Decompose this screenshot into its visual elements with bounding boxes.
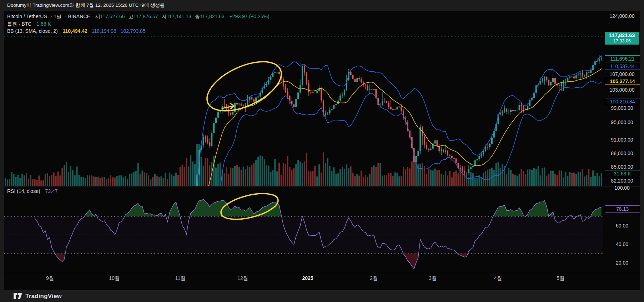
time-axis-label: 9월 (46, 275, 54, 282)
price-axis-label: 99,000.00 (605, 105, 639, 111)
price-axis-label: 85,000.00 (605, 164, 639, 170)
price-axis-label: 60.00 (605, 223, 639, 229)
last-price: 117,821.63 (605, 32, 639, 39)
chart-canvas[interactable] (0, 11, 644, 290)
symbol-legend-row[interactable]: Bitcoin / TetherUS · 1날 · BINANCE 시117,5… (7, 14, 270, 20)
ohlc-value: 117,527.66 (100, 14, 125, 19)
axis-value-badge: 111,696.21 (605, 55, 640, 62)
axis-value-badge: 100,216.84 (605, 98, 640, 105)
volume-legend-row[interactable]: 볼륨 · BTC 1.88 K (7, 21, 51, 27)
ohlc-prefix: 저 (162, 14, 167, 19)
price-axis-label: 103,000.00 (605, 87, 639, 93)
bb-lower-value: 102,793.85 (121, 28, 146, 34)
ohlc-prefix: 종 (195, 14, 200, 19)
price-axis-label: 91,000.00 (605, 137, 639, 143)
right-gutter (640, 11, 644, 290)
bb-legend-row[interactable]: BB (13, SMA, close, 2) 110,494.42 118,19… (7, 28, 146, 34)
ohlc-prefix: 시 (95, 14, 100, 19)
change-value: +293.97 (+0.25%) (230, 14, 270, 19)
time-axis-label: 10월 (109, 275, 120, 282)
pane-separator-time-axis (4, 273, 640, 273)
footer-bar: TradingView (0, 290, 644, 302)
rsi-legend-row[interactable]: RSI (14, close) 73.47 (7, 188, 58, 194)
time-axis-label: 5월 (557, 275, 564, 282)
time-axis-label: 3월 (429, 275, 437, 282)
ohlc-value: 117,876.57 (134, 14, 158, 19)
bar-countdown: 17:33:06 (605, 39, 639, 43)
interval-label: 1날 (54, 14, 61, 19)
price-axis-label: 95,000.00 (605, 119, 639, 125)
tradingview-logo-icon[interactable] (14, 293, 22, 300)
bb-label: BB (13, SMA, close, 2) (7, 28, 58, 34)
price-axis-label: 107,000.00 (605, 71, 639, 77)
volume-value: 1.88 K (36, 21, 51, 27)
time-axis-label: 11월 (175, 275, 186, 282)
last-price-badge: 117,821.6317:33:06 (605, 32, 639, 45)
price-axis-label: 124,000.00 (605, 13, 639, 19)
rsi-label: RSI (14, close) (7, 188, 40, 194)
price-axis-label: 100.00 (605, 185, 639, 191)
ohlc-values: 시117,527.66고117,876.57저117,141.13종117,82… (92, 14, 225, 19)
legend-separator: · (51, 14, 52, 19)
axis-value-badge: 78.13 (605, 205, 640, 213)
time-axis-label: 4월 (494, 275, 502, 282)
bb-upper-value: 118,194.98 (92, 28, 116, 34)
exchange-label: BINANCE (68, 14, 90, 19)
attribution-bar: Dootumy이 TradingView.com와 함께 7월 12, 2025… (0, 0, 644, 11)
axis-value-badge: 110,537.44 (605, 63, 640, 70)
axis-value-badge: 105,377.14 (605, 78, 640, 85)
rsi-value: 73.47 (45, 188, 57, 194)
time-axis-label: 2월 (370, 275, 378, 282)
price-axis-label: 20.00 (605, 260, 639, 266)
symbol-title: Bitcoin / TetherUS (7, 14, 47, 19)
ohlc-value: 117,821.63 (200, 14, 225, 19)
axis-value-badge: 31.63 K (605, 170, 640, 177)
legend-separator2: · (65, 14, 67, 19)
price-axis-label: 82,200.00 (605, 178, 639, 184)
pane-separator-main-rsi[interactable] (4, 186, 640, 186)
bb-basis-value: 110,494.42 (63, 28, 87, 34)
ohlc-value: 117,141.13 (167, 14, 191, 19)
left-gutter (0, 11, 4, 290)
volume-label: 볼륨 · BTC (7, 21, 31, 27)
ohlc-prefix: 고 (129, 14, 134, 19)
footer-brand[interactable]: TradingView (25, 293, 62, 300)
time-axis-label: 12월 (237, 275, 248, 282)
price-axis-label: 88,000.00 (605, 150, 639, 156)
price-axis-label: 40.00 (605, 241, 639, 247)
time-axis-label: 2025 (302, 275, 313, 281)
attribution-text: Dootumy이 TradingView.com와 함께 7월 12, 2025… (7, 2, 165, 8)
